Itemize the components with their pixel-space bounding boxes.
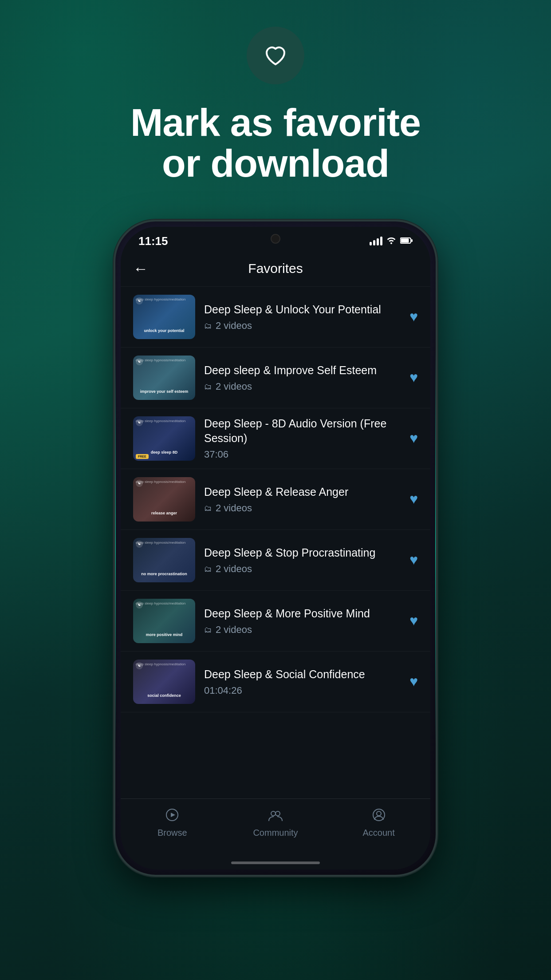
bottom-navigation: Browse Community	[121, 798, 430, 856]
community-icon	[268, 808, 283, 825]
svg-point-5	[271, 811, 276, 816]
heart-icon	[261, 41, 290, 70]
item-info-6: Deep Sleep & More Positive Mind 🗂 2 vide…	[204, 606, 401, 636]
heart-circle	[247, 27, 304, 84]
playlist-icon: 🗂	[204, 625, 212, 635]
status-time: 11:15	[138, 234, 168, 248]
favorite-heart-button[interactable]: ♥	[409, 430, 418, 447]
status-bar: 11:15	[121, 227, 430, 251]
phone-outer: 11:15	[114, 220, 437, 877]
favorite-heart-button[interactable]: ♥	[409, 673, 418, 690]
favorite-heart-button[interactable]: ♥	[409, 612, 418, 629]
item-info-3: Deep Sleep - 8D Audio Version (Free Sess…	[204, 416, 401, 460]
favorite-heart-button[interactable]: ♥	[409, 308, 418, 325]
item-meta: 37:06	[204, 449, 401, 460]
browse-label: Browse	[157, 828, 187, 838]
battery-icon	[400, 236, 413, 246]
playlist-icon: 🗂	[204, 565, 212, 574]
nav-item-account[interactable]: Account	[350, 808, 408, 838]
main-title: Mark as favorite or download	[104, 102, 447, 184]
list-item[interactable]: ☯ deep sleep hypnosis/meditation more po…	[121, 591, 430, 652]
app-header: ← Favorites	[121, 251, 430, 287]
nav-item-browse[interactable]: Browse	[143, 808, 201, 838]
item-meta: 01:04:26	[204, 685, 401, 696]
free-badge: FREE	[136, 454, 149, 459]
item-info-1: Deep Sleep & Unlock Your Potential 🗂 2 v…	[204, 302, 401, 332]
item-meta: 🗂 2 videos	[204, 624, 401, 636]
thumbnail-7: ☯ deep sleep hypnosis/meditation social …	[133, 660, 195, 704]
item-info-5: Deep Sleep & Stop Procrastinating 🗂 2 vi…	[204, 545, 401, 575]
back-button[interactable]: ←	[133, 260, 148, 277]
phone-mockup: 11:15	[114, 220, 437, 877]
page-content: Mark as favorite or download 11:15	[0, 0, 551, 877]
item-info-4: Deep Sleep & Release Anger 🗂 2 videos	[204, 485, 401, 514]
item-meta: 🗂 2 videos	[204, 563, 401, 575]
wifi-icon	[386, 235, 397, 247]
favorite-heart-button[interactable]: ♥	[409, 552, 418, 568]
nav-item-community[interactable]: Community	[247, 808, 304, 838]
svg-point-6	[276, 811, 280, 816]
community-label: Community	[253, 828, 298, 838]
list-item[interactable]: ☯ deep sleep hypnosis/meditation improve…	[121, 348, 430, 408]
item-title: Deep Sleep & Social Confidence	[204, 667, 401, 682]
item-title: Deep Sleep & Release Anger	[204, 485, 401, 499]
status-icons	[370, 235, 413, 247]
favorite-heart-button[interactable]: ♥	[409, 369, 418, 386]
list-item[interactable]: ☯ deep sleep hypnosis/meditation release…	[121, 469, 430, 530]
svg-point-8	[377, 811, 381, 816]
item-title: Deep Sleep & More Positive Mind	[204, 606, 401, 621]
phone-screen: 11:15	[121, 227, 430, 869]
item-meta: 🗂 2 videos	[204, 502, 401, 514]
item-info-2: Deep sleep & Improve Self Esteem 🗂 2 vid…	[204, 363, 401, 393]
item-info-7: Deep Sleep & Social Confidence 01:04:26	[204, 667, 401, 697]
thumbnail-2: ☯ deep sleep hypnosis/meditation improve…	[133, 356, 195, 400]
list-item[interactable]: ☯ deep sleep hypnosis/meditation social …	[121, 652, 430, 712]
favorites-list: ☯ deep sleep hypnosis/meditation unlock …	[121, 287, 430, 798]
item-title: Deep sleep & Improve Self Esteem	[204, 363, 401, 378]
account-label: Account	[363, 828, 395, 838]
browse-icon	[165, 808, 179, 825]
home-bar	[231, 861, 320, 864]
playlist-icon: 🗂	[204, 382, 212, 391]
playlist-icon: 🗂	[204, 321, 212, 331]
favorite-heart-button[interactable]: ♥	[409, 491, 418, 507]
list-item[interactable]: ☯ deep sleep hypnosis/meditation no more…	[121, 530, 430, 591]
svg-rect-1	[401, 238, 409, 242]
account-icon	[372, 808, 386, 825]
home-indicator	[121, 856, 430, 869]
thumbnail-1: ☯ deep sleep hypnosis/meditation unlock …	[133, 295, 195, 339]
item-title: Deep Sleep & Stop Procrastinating	[204, 545, 401, 560]
list-item[interactable]: ☯ deep sleep hypnosis/meditation deep sl…	[121, 408, 430, 469]
item-title: Deep Sleep & Unlock Your Potential	[204, 302, 401, 317]
thumbnail-4: ☯ deep sleep hypnosis/meditation release…	[133, 477, 195, 522]
list-item[interactable]: ☯ deep sleep hypnosis/meditation unlock …	[121, 287, 430, 348]
thumbnail-6: ☯ deep sleep hypnosis/meditation more po…	[133, 599, 195, 643]
header-title: Favorites	[248, 261, 303, 276]
thumbnail-3: ☯ deep sleep hypnosis/meditation deep sl…	[133, 416, 195, 461]
svg-rect-2	[411, 239, 413, 242]
playlist-icon: 🗂	[204, 504, 212, 513]
svg-marker-4	[171, 813, 175, 817]
item-meta: 🗂 2 videos	[204, 320, 401, 332]
thumbnail-5: ☯ deep sleep hypnosis/meditation no more…	[133, 538, 195, 582]
item-meta: 🗂 2 videos	[204, 381, 401, 392]
item-title: Deep Sleep - 8D Audio Version (Free Sess…	[204, 416, 401, 445]
signal-icon	[370, 237, 382, 245]
